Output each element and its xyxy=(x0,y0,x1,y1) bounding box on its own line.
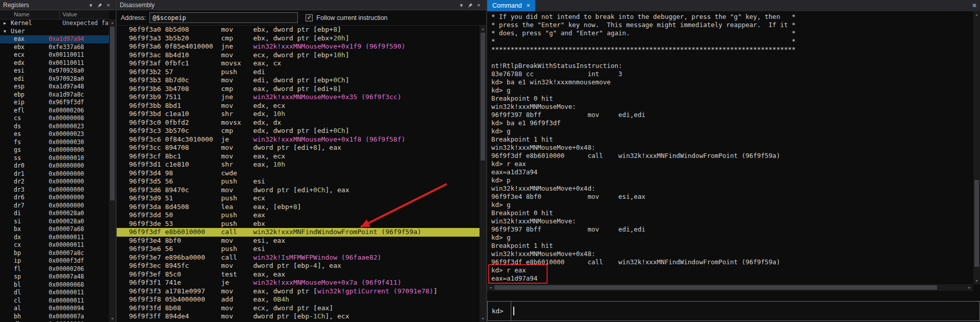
value-column-header[interactable]: Value xyxy=(62,11,77,17)
register-row[interactable]: sp0x00007a48 xyxy=(0,273,109,281)
command-scrollbar[interactable]: ▲ ▼ xyxy=(973,11,980,284)
pin-icon[interactable] xyxy=(95,0,104,10)
disasm-line[interactable]: 96f9f3af 0fbfc1 movsx eax, cx xyxy=(117,59,480,68)
register-group-row[interactable]: ▶KernelUnexpected fail xyxy=(0,19,109,28)
register-row[interactable]: fs0x00000030 xyxy=(0,139,109,147)
scroll-up-icon[interactable]: ▲ xyxy=(480,26,486,32)
register-row[interactable]: cs0x00000008 xyxy=(0,114,109,123)
disasm-line[interactable]: 96f9f3b9 7511 jne win32k!xxxMNMouseMove+… xyxy=(117,93,480,102)
register-row[interactable]: ebx0xfe337a68 xyxy=(0,43,109,52)
register-row[interactable]: dr00x00000000 xyxy=(0,162,109,170)
register-row[interactable]: si0x000028a0 xyxy=(0,218,109,226)
scroll-down-icon[interactable]: ▼ xyxy=(480,315,486,322)
register-row[interactable]: ebp0xa1d97a8c xyxy=(0,91,109,99)
register-row[interactable]: edi0x970928a0 xyxy=(0,75,109,83)
disasm-line[interactable]: 96f9f3e4 8bf0 mov esi, eax xyxy=(117,237,480,245)
disasm-line[interactable]: 96f9f3ac 8b4d10 mov ecx, dword ptr [ebp+… xyxy=(117,51,480,60)
disasm-line[interactable]: 96f9f3b6 3b4708 cmp eax, dword ptr [edi+… xyxy=(117,85,480,94)
disasm-line[interactable]: 96f9f3ff 894de4 mov dword ptr [ebp-1Ch],… xyxy=(117,312,480,321)
register-row[interactable]: dr30x00000000 xyxy=(0,186,109,194)
scroll-down-icon[interactable]: ▼ xyxy=(973,278,980,284)
register-row[interactable]: ds0x00000023 xyxy=(0,123,109,131)
disasm-line[interactable]: 96f9f3e6 56 push esi xyxy=(117,245,480,254)
disasm-line[interactable]: 96f9f3cc 894708 mov dword ptr [edi+8], e… xyxy=(117,144,480,152)
register-row[interactable]: ip0x0000f3df xyxy=(0,257,109,265)
scroll-right-icon[interactable]: ► xyxy=(966,284,973,291)
name-column-header[interactable]: Name xyxy=(14,11,30,17)
register-row[interactable]: dr60x00000000 xyxy=(0,194,109,202)
scroll-up-icon[interactable]: ▲ xyxy=(109,19,116,26)
follow-current-instruction-checkbox[interactable]: ✓ xyxy=(306,14,313,21)
register-row[interactable]: bx0x00007a68 xyxy=(0,225,109,234)
chevron-down-icon[interactable]: ▾ xyxy=(457,0,466,10)
register-row[interactable]: edx0x00110011 xyxy=(0,59,109,67)
register-row[interactable]: cl0x00000011 xyxy=(0,297,109,305)
disasm-line[interactable]: 96f9f3f1 741e je win32k!xxxMNMouseMove+0… xyxy=(117,279,480,287)
register-row[interactable]: eip0x96f9f3df xyxy=(0,99,109,107)
chevron-down-icon[interactable]: ▾ xyxy=(86,0,95,10)
scrollbar-thumb[interactable] xyxy=(974,180,979,267)
disasm-line[interactable]: 96f9f3da 8d4508 lea eax, [ebp+8] xyxy=(117,203,480,212)
register-row[interactable]: dr70x00000000 xyxy=(0,202,109,210)
tab-close-icon[interactable]: × xyxy=(527,2,530,9)
disasm-line[interactable]: 96f9f3b3 8b7d0c mov edi, dword ptr [ebp+… xyxy=(117,76,480,85)
panel-menu-icon[interactable]: ≡ xyxy=(970,1,979,10)
disassembly-titlebar[interactable]: Disassembly ▾ × xyxy=(117,0,486,10)
command-input[interactable] xyxy=(511,301,980,321)
register-row[interactable]: gs0x00000000 xyxy=(0,146,109,154)
scrollbar-thumb[interactable] xyxy=(494,285,937,290)
disasm-line[interactable]: 96f9f3dd 50 push eax xyxy=(117,211,480,220)
scroll-up-icon[interactable]: ▲ xyxy=(973,11,980,18)
tree-expander-icon[interactable]: ▶ xyxy=(0,19,11,28)
command-hscrollbar[interactable]: ◄ ► xyxy=(487,284,973,291)
disasm-line[interactable]: 96f9f3ec 8945fc mov dword ptr [ebp-4], e… xyxy=(117,262,480,270)
register-row[interactable]: ss0x00000010 xyxy=(0,154,109,163)
register-row[interactable]: efl0x00000206 xyxy=(0,107,109,115)
disasm-line[interactable]: 96f9f3e7 e896ba0000 call win32k!IsMFMWFP… xyxy=(117,254,480,262)
column-separator[interactable] xyxy=(59,10,60,19)
disasm-line[interactable]: 96f9f3d4 98 cwde xyxy=(117,169,480,178)
register-row[interactable]: fl0x00000206 xyxy=(0,265,109,273)
disasm-line[interactable]: 96f9f3ef 85c0 test eax, eax xyxy=(117,270,480,279)
disassembly-scrollbar[interactable]: ▲ ▼ xyxy=(480,26,486,322)
close-icon[interactable]: × xyxy=(104,0,113,10)
disasm-line[interactable]: 96f9f3a6 0f85e4010000 jne win32k!xxxMNMo… xyxy=(117,42,480,51)
scrollbar-thumb[interactable] xyxy=(481,33,485,160)
register-row[interactable]: dl0x00000011 xyxy=(0,289,109,297)
register-row[interactable]: bp0x00007a8c xyxy=(0,249,109,258)
disasm-line[interactable]: 96f9f3c6 0f84c3010000 je win32k!xxxMNMou… xyxy=(117,135,480,144)
address-input[interactable] xyxy=(149,12,298,23)
scroll-down-icon[interactable]: ▼ xyxy=(109,315,116,322)
tree-expander-icon[interactable]: ▼ xyxy=(0,28,11,36)
disasm-line[interactable]: 96f9f3c0 0fbfd2 movsx edx, dx xyxy=(117,119,480,127)
disasm-line[interactable]: 96f9f3d1 c1e810 shr eax, 10h xyxy=(117,160,480,169)
register-row[interactable]: eax0xa1d97a94 xyxy=(0,35,109,43)
register-row[interactable]: dr10x00000000 xyxy=(0,170,109,178)
scroll-left-icon[interactable]: ◄ xyxy=(487,284,494,291)
disasm-line[interactable]: 96f9f3d6 89470c mov dword ptr [edi+0Ch],… xyxy=(117,186,480,195)
disasm-line[interactable]: 96f9f3b2 57 push edi xyxy=(117,68,480,77)
disasm-line[interactable]: 96f9f3a3 3b5b20 cmp ebx, dword ptr [ebx+… xyxy=(117,34,480,43)
register-row[interactable]: dr20x00000000 xyxy=(0,178,109,186)
register-row[interactable]: dx0x00000011 xyxy=(0,234,109,242)
register-row[interactable]: esp0xa1d97a48 xyxy=(0,83,109,91)
disasm-line[interactable]: 96f9f3df e8b6010000 call win32k!xxxMNFin… xyxy=(117,228,480,237)
disasm-line[interactable]: 96f9f3a0 8b5d08 mov ebx, dword ptr [ebp+… xyxy=(117,26,480,34)
disasm-line[interactable]: 96f9f3de 53 push ebx xyxy=(117,220,480,228)
disasm-line[interactable]: 96f9f3bd c1ea10 shr edx, 10h xyxy=(117,110,480,119)
disasm-line[interactable]: 96f9f3fd 8b08 mov ecx, dword ptr [eax] xyxy=(117,304,480,313)
disasm-line[interactable]: 96f9f3c3 3b570c cmp edx, dword ptr [edi+… xyxy=(117,127,480,135)
close-icon[interactable]: × xyxy=(474,0,483,10)
disasm-line[interactable]: 96f9f3f3 a1781e0997 mov eax, dword ptr [… xyxy=(117,287,480,296)
disasm-line[interactable]: 96f9f3d5 56 push esi xyxy=(117,177,480,186)
disasm-line[interactable]: 96f9f3cf 8bc1 mov eax, ecx xyxy=(117,152,480,161)
register-row[interactable]: es0x00000023 xyxy=(0,130,109,139)
disasm-line[interactable]: 96f9f3f8 05b4000000 add eax, 0B4h xyxy=(117,295,480,304)
pin-icon[interactable] xyxy=(466,0,474,10)
register-row[interactable]: cx0x00000011 xyxy=(0,241,109,249)
register-group-row[interactable]: ▼User xyxy=(0,28,109,36)
tab-command[interactable]: Command × xyxy=(487,0,535,11)
register-row[interactable]: bh0x0000007a xyxy=(0,313,109,321)
disasm-line[interactable]: 96f9f3d9 51 push ecx xyxy=(117,194,480,203)
registers-scrollbar[interactable]: ▲ ▼ xyxy=(109,19,116,322)
